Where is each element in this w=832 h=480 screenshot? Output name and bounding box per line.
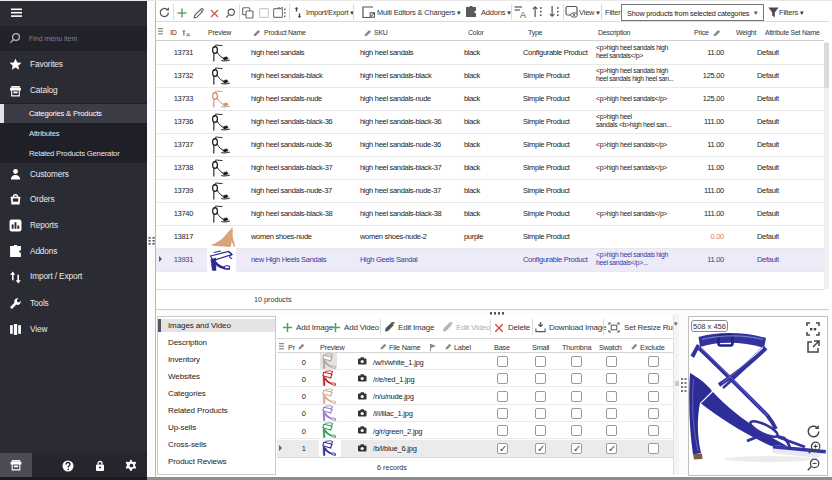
- svg-text:A: A: [520, 10, 526, 19]
